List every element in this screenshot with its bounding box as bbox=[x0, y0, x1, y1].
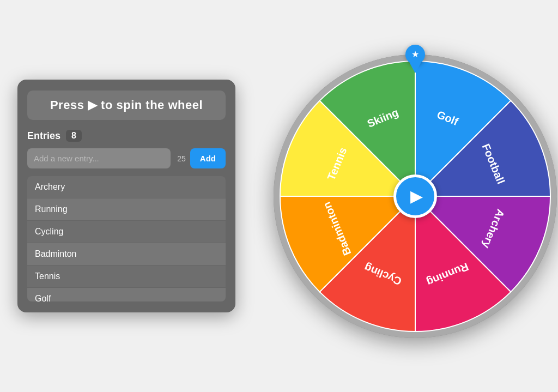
entries-count: 8 bbox=[66, 130, 82, 142]
play-icon: ▶ bbox=[410, 186, 423, 206]
wheel-pin: ★ bbox=[405, 45, 425, 73]
entries-label: Entries bbox=[27, 130, 60, 142]
pin-circle: ★ bbox=[405, 45, 425, 64]
add-button[interactable]: Add bbox=[190, 148, 226, 168]
spin-button[interactable]: Press ▶ to spin the wheel bbox=[27, 91, 226, 120]
panel: Press ▶ to spin the wheel Entries 8 25 A… bbox=[17, 80, 235, 312]
add-entry-input[interactable] bbox=[27, 148, 171, 168]
spin-button-label: Press ▶ to spin the wheel bbox=[50, 98, 203, 112]
list-item[interactable]: Cycling bbox=[27, 221, 226, 243]
list-item[interactable]: Golf bbox=[27, 288, 226, 301]
entries-header: Entries 8 bbox=[27, 130, 226, 142]
list-item[interactable]: Archery bbox=[27, 176, 226, 198]
pin-star-icon: ★ bbox=[411, 49, 419, 59]
wheel-center-button[interactable]: ▶ bbox=[393, 174, 437, 218]
add-entry-row: 25 Add bbox=[27, 148, 226, 168]
entries-list[interactable]: ArcheryRunningCyclingBadmintonTennisGolf bbox=[27, 176, 226, 301]
wheel-container: GolfFootballArcheryRunningCyclingBadmint… bbox=[274, 55, 557, 338]
entries-list-container: ArcheryRunningCyclingBadmintonTennisGolf bbox=[27, 176, 226, 301]
scene: Press ▶ to spin the wheel Entries 8 25 A… bbox=[17, 16, 541, 376]
wheel-outer: GolfFootballArcheryRunningCyclingBadmint… bbox=[274, 55, 557, 338]
list-item[interactable]: Badminton bbox=[27, 243, 226, 266]
pin-arrow-icon bbox=[410, 63, 421, 73]
list-item[interactable]: Running bbox=[27, 198, 226, 221]
list-item[interactable]: Tennis bbox=[27, 266, 226, 288]
char-count: 25 bbox=[175, 154, 186, 163]
